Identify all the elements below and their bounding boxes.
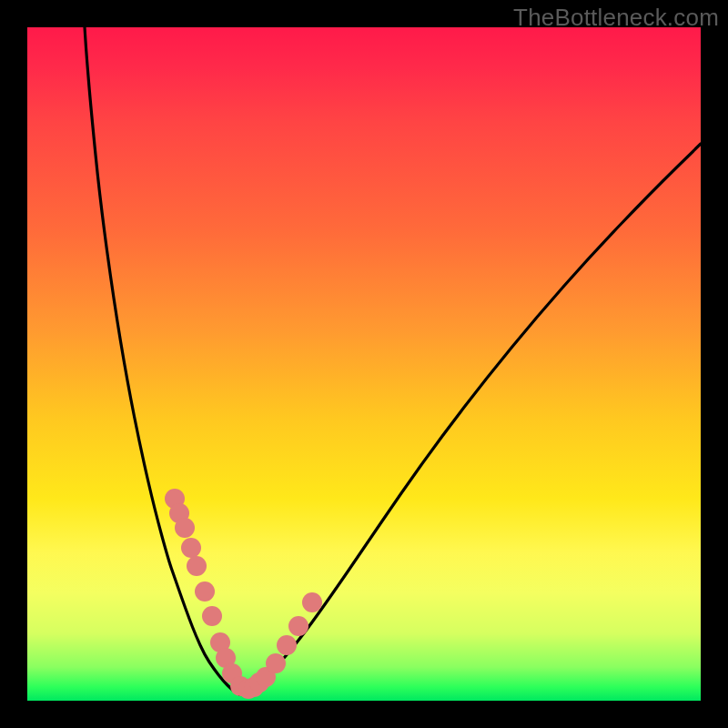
highlight-dot [202, 606, 222, 626]
dot-group [165, 489, 322, 699]
highlight-dot [181, 538, 201, 558]
highlight-dot [288, 616, 308, 636]
chart-svg [27, 27, 701, 701]
highlight-dot [302, 592, 322, 612]
plot-area [27, 27, 701, 701]
highlight-dot [277, 635, 297, 655]
highlight-dot [187, 556, 207, 576]
outer-frame: TheBottleneck.com [0, 0, 728, 728]
highlight-dot [195, 581, 215, 602]
curve-left [85, 27, 239, 694]
highlight-dot [266, 653, 286, 673]
highlight-dot [175, 518, 195, 538]
